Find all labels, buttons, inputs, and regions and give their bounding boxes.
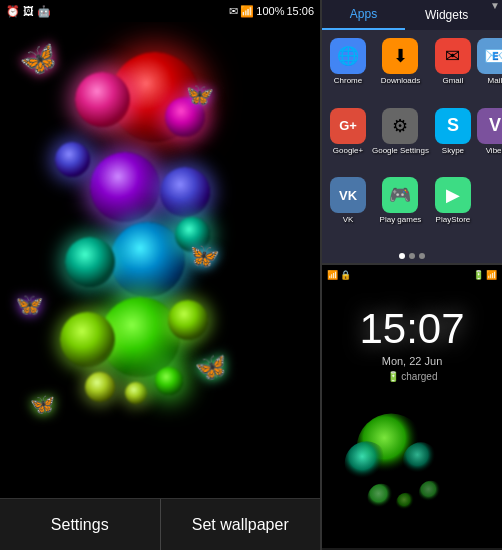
page-dots — [322, 249, 502, 263]
svg-point-3 — [367, 484, 395, 512]
right-panel: Apps Widgets ▼ 🌐 Chrome ⬇ Downloads ✉ Gm… — [320, 0, 502, 550]
butterfly-bottom-right: 🦋 — [193, 349, 230, 385]
bubble-cyan — [110, 222, 185, 297]
bubble-teal — [65, 237, 115, 287]
clock-label: 15:06 — [286, 5, 314, 17]
app-gmail[interactable]: ✉ Gmail — [435, 38, 471, 102]
dot-3 — [419, 253, 425, 259]
tab-widgets[interactable]: Widgets — [405, 0, 488, 30]
notification-icon: ✉ — [229, 5, 238, 18]
google-settings-icon: ⚙ — [382, 108, 418, 144]
apps-screen: Apps Widgets ▼ 🌐 Chrome ⬇ Downloads ✉ Gm… — [322, 0, 502, 265]
mail-icon: 📧 — [477, 38, 502, 74]
dot-1 — [399, 253, 405, 259]
set-wallpaper-button[interactable]: Set wallpaper — [161, 499, 321, 550]
image-icon: 🖼 — [23, 5, 34, 17]
svg-point-4 — [396, 493, 416, 513]
lock-signal-icon: 📶 — [486, 270, 497, 280]
wallpaper-preview: 🦋 🦋 🦋 🦋 🦋 🦋 — [0, 22, 320, 498]
bubble-small-purple — [55, 142, 90, 177]
bubble-small-green — [155, 367, 183, 395]
lock-time: 15:07 — [322, 305, 502, 353]
bubble-small-yg — [125, 382, 147, 404]
android-icon: 🤖 — [37, 5, 51, 18]
app-viber[interactable]: V Viber — [477, 108, 502, 172]
status-bar: ⏰ 🖼 🤖 ✉ 📶 100% 15:06 — [0, 0, 320, 22]
lock-status-left: 📶 🔒 — [327, 270, 351, 280]
apps-tabs: Apps Widgets ▼ — [322, 0, 502, 30]
svg-point-5 — [419, 481, 443, 505]
butterfly-middle-right: 🦋 — [190, 242, 220, 270]
bubble-pink — [75, 72, 130, 127]
apps-grid: 🌐 Chrome ⬇ Downloads ✉ Gmail 📧 Mail G+ G… — [322, 30, 502, 249]
settings-button[interactable]: Settings — [0, 499, 161, 550]
gmail-icon: ✉ — [435, 38, 471, 74]
googleplus-icon: G+ — [330, 108, 366, 144]
lock-time-area: 15:07 Mon, 22 Jun 🔋 charged — [322, 285, 502, 382]
vk-icon: VK — [330, 177, 366, 213]
butterfly-top-left: 🦋 — [15, 37, 62, 83]
bubble-yellow-green — [85, 372, 115, 402]
bubble-lime — [60, 312, 115, 367]
svg-point-2 — [403, 442, 439, 478]
tab-apps[interactable]: Apps — [322, 0, 405, 30]
bubble-purple — [90, 152, 160, 222]
status-left: ⏰ 🖼 🤖 — [6, 5, 51, 18]
app-google-settings[interactable]: ⚙ Google Settings — [372, 108, 429, 172]
lock-status-bar: 📶 🔒 🔋 📶 — [322, 265, 502, 285]
lock-date: Mon, 22 Jun — [322, 355, 502, 367]
lock-status-right: 🔋 📶 — [473, 270, 497, 280]
lock-sim-icon: 📶 — [327, 270, 338, 280]
skype-icon: S — [435, 108, 471, 144]
play-store-icon: ▶ — [435, 177, 471, 213]
chrome-icon: 🌐 — [330, 38, 366, 74]
app-googleplus[interactable]: G+ Google+ — [330, 108, 366, 172]
lock-charged-status: 🔋 charged — [322, 371, 502, 382]
downloads-icon: ⬇ — [382, 38, 418, 74]
bottom-buttons: Settings Set wallpaper — [0, 498, 320, 550]
app-mail[interactable]: 📧 Mail — [477, 38, 502, 102]
viber-icon: V — [477, 108, 502, 144]
chevron-down-icon: ▼ — [488, 0, 502, 30]
app-skype[interactable]: S Skype — [435, 108, 471, 172]
status-right: ✉ 📶 100% 15:06 — [229, 5, 314, 18]
butterfly-middle-left: 🦋 — [13, 290, 44, 320]
dot-2 — [409, 253, 415, 259]
lock-screen: 📶 🔒 🔋 📶 15:07 Mon, 22 Jun 🔋 charged — [322, 265, 502, 548]
app-downloads[interactable]: ⬇ Downloads — [372, 38, 429, 102]
lock-wallpaper-bubbles — [322, 388, 502, 548]
app-chrome[interactable]: 🌐 Chrome — [330, 38, 366, 102]
bubble-blue-purple — [160, 167, 210, 217]
signal-icon: 📶 — [240, 5, 254, 18]
app-play-store[interactable]: ▶ PlayStore — [435, 177, 471, 241]
bubble-lime-small — [168, 300, 208, 340]
app-play-games[interactable]: 🎮 Play games — [372, 177, 429, 241]
left-panel: ⏰ 🖼 🤖 ✉ 📶 100% 15:06 🦋 🦋 🦋 🦋 — [0, 0, 320, 550]
butterfly-bottom-left: 🦋 — [30, 392, 55, 416]
alarm-icon: ⏰ — [6, 5, 20, 18]
play-games-icon: 🎮 — [382, 177, 418, 213]
lock-wifi-icon: 🔒 — [340, 270, 351, 280]
app-vk[interactable]: VK VK — [330, 177, 366, 241]
battery-label: 100% — [256, 5, 284, 17]
svg-point-1 — [345, 441, 389, 485]
lock-battery-icon: 🔋 — [473, 270, 484, 280]
